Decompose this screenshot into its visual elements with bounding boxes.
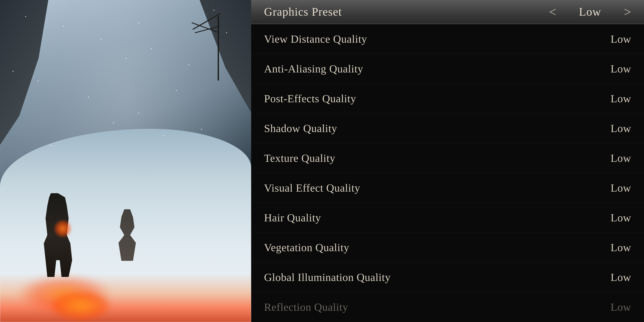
game-screenshot-panel (0, 0, 251, 322)
setting-label-shadow-quality: Shadow Quality (264, 122, 583, 135)
snow-particle (163, 135, 164, 136)
graphics-preset-row[interactable]: Graphics Preset < Low > (251, 0, 644, 24)
snow-particle (63, 26, 64, 27)
snow-particle (50, 145, 51, 146)
snow-particle (38, 80, 39, 82)
snow-particle (188, 64, 189, 65)
setting-label-vegetation-quality: Vegetation Quality (264, 241, 583, 254)
snow-particle (226, 32, 227, 33)
setting-label-anti-aliasing-quality: Anti-Aliasing Quality (264, 62, 583, 75)
setting-label-reflection-quality: Reflection Quality (264, 301, 583, 314)
snow-particle (151, 48, 152, 49)
snow-particle (138, 113, 139, 114)
setting-value-post-effects-quality: Low (583, 92, 631, 105)
setting-value-shadow-quality: Low (583, 122, 631, 135)
graphics-preset-nav-left[interactable]: < (549, 6, 556, 18)
snow-particle (176, 90, 177, 91)
setting-value-reflection-quality: Low (583, 301, 631, 314)
setting-row-reflection-quality[interactable]: Reflection QualityLow (251, 292, 644, 322)
snow-particle (214, 10, 214, 11)
setting-label-global-illumination-quality: Global Illumination Quality (264, 271, 583, 284)
snow-particle (113, 122, 114, 123)
setting-row-visual-effect-quality[interactable]: Visual Effect QualityLow (251, 173, 644, 203)
snow-particle (100, 39, 102, 40)
setting-label-hair-quality: Hair Quality (264, 212, 583, 224)
settings-list: View Distance QualityLowAnti-Aliasing Qu… (251, 24, 644, 322)
setting-value-texture-quality: Low (583, 152, 631, 164)
snow-particle (12, 71, 14, 72)
setting-row-shadow-quality[interactable]: Shadow QualityLow (251, 114, 644, 143)
settings-panel: Graphics Preset < Low > View Distance Qu… (251, 0, 644, 322)
snow-particle (201, 129, 202, 130)
snow-particle (88, 96, 89, 98)
setting-row-vegetation-quality[interactable]: Vegetation QualityLow (251, 233, 644, 262)
snow-particle (25, 16, 26, 17)
setting-row-global-illumination-quality[interactable]: Global Illumination QualityLow (251, 262, 644, 292)
setting-label-post-effects-quality: Post-Effects Quality (264, 92, 583, 105)
setting-value-hair-quality: Low (583, 212, 631, 224)
graphics-preset-label: Graphics Preset (264, 5, 549, 18)
snow-particle (126, 58, 126, 59)
setting-row-hair-quality[interactable]: Hair QualityLow (251, 203, 644, 233)
snow-particles (0, 0, 251, 322)
snow-particle (138, 22, 139, 24)
setting-label-texture-quality: Texture Quality (264, 152, 583, 164)
setting-label-view-distance-quality: View Distance Quality (264, 33, 583, 46)
setting-value-vegetation-quality: Low (583, 241, 631, 254)
setting-row-view-distance-quality[interactable]: View Distance QualityLow (251, 24, 644, 54)
setting-value-view-distance-quality: Low (583, 33, 631, 46)
graphics-preset-value: Low (566, 5, 614, 18)
setting-label-visual-effect-quality: Visual Effect Quality (264, 182, 583, 194)
graphics-preset-nav[interactable]: < Low > (549, 5, 631, 18)
setting-row-anti-aliasing-quality[interactable]: Anti-Aliasing QualityLow (251, 54, 644, 84)
setting-value-visual-effect-quality: Low (583, 182, 631, 194)
graphics-preset-nav-right[interactable]: > (624, 6, 631, 18)
setting-value-global-illumination-quality: Low (583, 271, 631, 284)
setting-row-texture-quality[interactable]: Texture QualityLow (251, 143, 644, 173)
setting-row-post-effects-quality[interactable]: Post-Effects QualityLow (251, 84, 644, 114)
setting-value-anti-aliasing-quality: Low (583, 62, 631, 75)
